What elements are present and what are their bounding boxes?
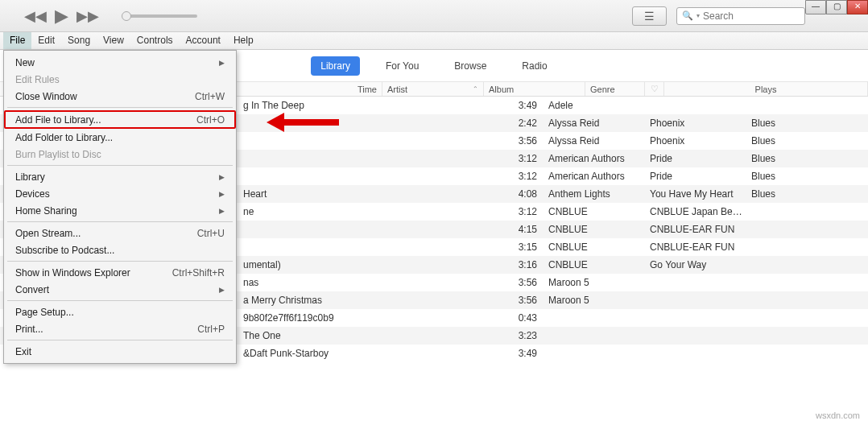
menu-separator (7, 300, 233, 301)
watermark: wsxdn.com (816, 411, 860, 420)
column-plays[interactable]: Plays (664, 82, 868, 96)
menu-item-add-folder-to-library[interactable]: Add Folder to Library... (4, 129, 236, 146)
column-loved[interactable]: ♡ (645, 82, 664, 96)
menu-item-devices[interactable]: Devices (4, 185, 236, 202)
file-menu-dropdown: NewEdit RulesClose WindowCtrl+WAdd File … (3, 50, 237, 364)
menu-item-edit-rules: Edit Rules (4, 71, 236, 88)
menu-item-page-setup[interactable]: Page Setup... (4, 303, 236, 320)
menu-item-library[interactable]: Library (4, 168, 236, 185)
menu-edit[interactable]: Edit (31, 32, 61, 49)
menu-item-home-sharing[interactable]: Home Sharing (4, 202, 236, 219)
menu-separator (7, 340, 233, 340)
titlebar: ◀◀ ▶ ▶▶ ☰ 🔍 ▾ — ▢ ✕ (0, 0, 868, 32)
menu-item-subscribe-to-podcast[interactable]: Subscribe to Podcast... (4, 241, 236, 258)
tab-for-you[interactable]: For You (376, 56, 428, 76)
sort-ascending-icon: ⌃ (473, 85, 478, 93)
menu-item-open-stream[interactable]: Open Stream...Ctrl+U (4, 225, 236, 241)
tab-radio[interactable]: Radio (512, 56, 556, 76)
menu-controls[interactable]: Controls (130, 32, 180, 49)
menu-item-add-file-to-library[interactable]: Add File to Library...Ctrl+O (4, 110, 236, 129)
play-button[interactable]: ▶ (55, 6, 68, 27)
menu-item-show-in-windows-explorer[interactable]: Show in Windows ExplorerCtrl+Shift+R (4, 264, 236, 281)
menu-separator (7, 221, 233, 222)
column-artist[interactable]: Artist⌃ (382, 82, 484, 96)
menu-item-exit[interactable]: Exit (4, 343, 236, 360)
menu-view[interactable]: View (97, 32, 130, 49)
tab-library[interactable]: Library (311, 56, 360, 76)
menubar: FileEditSongViewControlsAccountHelp (0, 32, 868, 50)
menu-separator (7, 107, 233, 108)
heart-icon: ♡ (651, 84, 659, 94)
menu-separator (7, 261, 233, 262)
menu-account[interactable]: Account (180, 32, 227, 49)
menu-item-close-window[interactable]: Close WindowCtrl+W (4, 88, 236, 105)
menu-help[interactable]: Help (227, 32, 260, 49)
close-button[interactable]: ✕ (847, 0, 868, 14)
search-input[interactable]: 🔍 ▾ (676, 7, 805, 25)
minimize-button[interactable]: — (805, 0, 826, 14)
menu-file[interactable]: File (3, 32, 31, 49)
menu-item-new[interactable]: New (4, 54, 236, 71)
maximize-button[interactable]: ▢ (826, 0, 847, 14)
menu-item-convert[interactable]: Convert (4, 281, 236, 298)
previous-button[interactable]: ◀◀ (24, 7, 47, 25)
list-view-button[interactable]: ☰ (632, 6, 667, 26)
column-album[interactable]: Album (484, 82, 585, 96)
search-icon: 🔍 (682, 10, 693, 21)
next-button[interactable]: ▶▶ (76, 7, 99, 25)
volume-slider[interactable] (120, 14, 202, 18)
menu-item-burn-playlist-to-disc: Burn Playlist to Disc (4, 146, 236, 163)
tab-browse[interactable]: Browse (444, 56, 496, 76)
menu-separator (7, 165, 233, 166)
menu-song[interactable]: Song (61, 32, 97, 49)
column-genre[interactable]: Genre (585, 82, 645, 96)
menu-item-print[interactable]: Print...Ctrl+P (4, 320, 236, 337)
chevron-down-icon: ▾ (696, 12, 700, 19)
